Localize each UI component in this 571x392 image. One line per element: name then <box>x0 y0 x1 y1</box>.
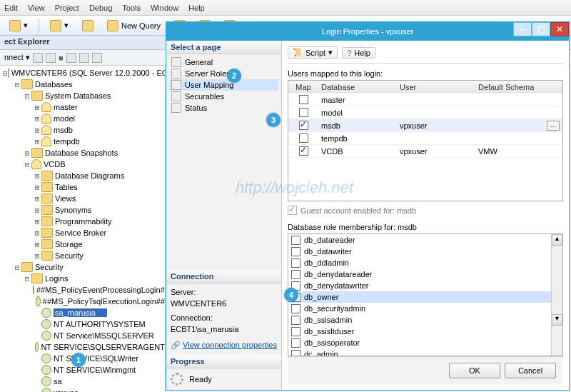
tree-item[interactable]: ⊞Synonyms <box>3 204 165 216</box>
ellipsis-button[interactable]: … <box>547 121 560 131</box>
close-button[interactable]: ✕ <box>550 22 569 36</box>
menu-debug[interactable]: Debug <box>89 4 112 12</box>
role-item[interactable]: db_owner <box>288 291 562 303</box>
database-icon <box>31 159 41 169</box>
tree-login[interactable]: ##MS_PolicyEventProcessingLogin## <box>3 284 165 296</box>
oe-tool-icon[interactable] <box>33 53 43 63</box>
grid-row[interactable]: model <box>288 106 562 119</box>
role-item[interactable]: db_datareader <box>288 234 562 246</box>
scrollbar[interactable]: ▲ ▼ <box>551 234 562 356</box>
page-securables[interactable]: Securables <box>169 91 278 102</box>
object-explorer-tree[interactable]: ⊟WMVCENTER6 (SQL Server 12.0.2000 - ECBT… <box>0 66 166 392</box>
tree-server[interactable]: ⊟WMVCENTER6 (SQL Server 12.0.2000 - ECBT… <box>3 67 165 79</box>
grid-row[interactable]: master <box>288 94 562 106</box>
tree-item[interactable]: ⊞Security <box>3 250 165 261</box>
role-checkbox[interactable] <box>291 304 300 313</box>
grid-row[interactable]: VCDBvpxuserVMW <box>288 145 562 158</box>
role-checkbox[interactable] <box>291 247 300 256</box>
role-checkbox[interactable] <box>291 258 300 268</box>
maximize-button[interactable]: ▢ <box>532 22 550 36</box>
tree-db[interactable]: ⊞model <box>3 113 165 124</box>
tree-system-databases[interactable]: ⊟System Databases <box>3 90 165 101</box>
tree-login-vpxuser[interactable]: vpxuse <box>3 387 165 392</box>
dialog-title-bar[interactable]: Login Properties - vpxuser ─ ▢ ✕ <box>166 22 569 41</box>
minimize-button[interactable]: ─ <box>513 22 532 36</box>
tree-logins[interactable]: ⊟Logins <box>3 273 165 284</box>
view-connection-properties-link[interactable]: View connection properties <box>183 341 277 349</box>
tree-db[interactable]: ⊞msdb <box>3 124 165 136</box>
role-item[interactable]: db_denydatareader <box>288 268 562 280</box>
toolbar-btn[interactable] <box>77 18 98 34</box>
role-item[interactable]: db_securityadmin <box>288 303 562 314</box>
cancel-button[interactable]: Cancel <box>505 363 556 378</box>
page-general[interactable]: General <box>169 56 278 68</box>
tree-db[interactable]: ⊞master <box>3 101 165 113</box>
toolbar-btn[interactable]: ▾ <box>4 18 33 34</box>
tree-db[interactable]: ⊞tempdb <box>3 136 165 147</box>
menu-help[interactable]: Help <box>188 4 205 12</box>
dialog-title: Login Properties - vpxuser <box>322 27 413 36</box>
tree-item[interactable]: ⊞Programmability <box>3 216 165 227</box>
page-user-mapping[interactable]: User Mapping <box>169 79 278 91</box>
menu-edit[interactable]: Edit <box>4 4 18 12</box>
role-checkbox[interactable] <box>291 327 300 336</box>
tree-login[interactable]: NT SERVICE\SQLSERVERAGENT <box>3 341 165 353</box>
page-status[interactable]: Status <box>169 102 278 114</box>
scroll-down-button[interactable]: ▼ <box>552 314 562 326</box>
role-item[interactable]: db_datawriter <box>288 246 562 257</box>
role-membership-list[interactable]: db_datareaderdb_datawriterdb_ddladmindb_… <box>288 233 563 356</box>
role-item[interactable]: db_ddladmin <box>288 257 562 268</box>
user-mapping-grid[interactable]: Map Database User Default Schema master … <box>288 80 563 201</box>
oe-tool-icon[interactable] <box>66 53 76 63</box>
menu-window[interactable]: Window <box>151 4 178 12</box>
role-item[interactable]: db_denydatawriter <box>288 280 562 291</box>
page-server-roles[interactable]: Server Roles <box>169 68 278 79</box>
tree-login[interactable]: NT Service\MSSQLSERVER <box>3 330 165 341</box>
map-checkbox[interactable] <box>299 146 308 156</box>
new-query-button[interactable]: New Query <box>102 18 166 34</box>
tree-item[interactable]: ⊞Views <box>3 193 165 204</box>
role-checkbox[interactable] <box>291 338 300 348</box>
tree-login[interactable]: ##MS_PolicyTsqlExecutionLogin## <box>3 296 165 307</box>
tree-item[interactable]: ⊞Tables <box>3 181 165 193</box>
tree-vcdb[interactable]: ⊟VCDB <box>3 159 165 170</box>
tree-login[interactable]: NT AUTHORITY\SYSTEM <box>3 318 165 330</box>
main-menu[interactable]: Edit View Project Debug Tools Window Hel… <box>0 0 571 16</box>
toolbar-btn[interactable]: ▾ <box>45 18 74 34</box>
grid-row[interactable]: tempdb <box>288 132 562 145</box>
folder-icon <box>31 91 43 101</box>
oe-tool-icon[interactable] <box>92 53 102 63</box>
role-item[interactable]: dc_admin <box>288 348 562 356</box>
tree-databases[interactable]: ⊟Databases <box>3 79 165 90</box>
tree-item[interactable]: ⊞Service Broker <box>3 227 165 238</box>
role-checkbox[interactable] <box>291 236 300 245</box>
script-button[interactable]: 📜Script▾ <box>288 46 338 59</box>
role-checkbox[interactable] <box>291 350 300 357</box>
role-item[interactable]: db_ssisltduser <box>288 326 562 337</box>
tree-security[interactable]: ⊟Security <box>3 261 165 273</box>
role-checkbox[interactable] <box>291 270 300 279</box>
map-checkbox[interactable] <box>299 108 308 117</box>
tree-item[interactable]: ⊞Storage <box>3 238 165 250</box>
oe-tool-icon[interactable] <box>79 53 89 63</box>
help-button[interactable]: ?Help <box>342 47 375 59</box>
map-checkbox[interactable] <box>299 95 308 104</box>
ok-button[interactable]: OK <box>449 363 500 378</box>
oe-tool-icon[interactable] <box>46 53 56 63</box>
menu-project[interactable]: Project <box>55 4 79 12</box>
role-item[interactable]: db_ssisoperator <box>288 337 562 348</box>
map-checkbox[interactable] <box>299 134 308 143</box>
menu-tools[interactable]: Tools <box>122 4 141 12</box>
tree-login[interactable]: sa <box>3 376 165 387</box>
map-checkbox[interactable] <box>299 121 308 130</box>
tree-login[interactable]: NT SERVICE\Winmgmt <box>3 364 165 376</box>
connect-dropdown[interactable]: nnect ▾ <box>4 53 30 62</box>
grid-row[interactable]: msdbvpxuser … <box>288 119 562 132</box>
tree-db-snapshots[interactable]: ⊞Database Snapshots <box>3 147 165 159</box>
role-checkbox[interactable] <box>291 316 300 325</box>
scroll-up-button[interactable]: ▲ <box>552 234 562 246</box>
menu-view[interactable]: View <box>28 4 45 12</box>
role-item[interactable]: db_ssisadmin <box>288 314 562 326</box>
tree-item[interactable]: ⊞Database Diagrams <box>3 170 165 181</box>
tree-login[interactable]: sa_marusia <box>3 307 165 318</box>
